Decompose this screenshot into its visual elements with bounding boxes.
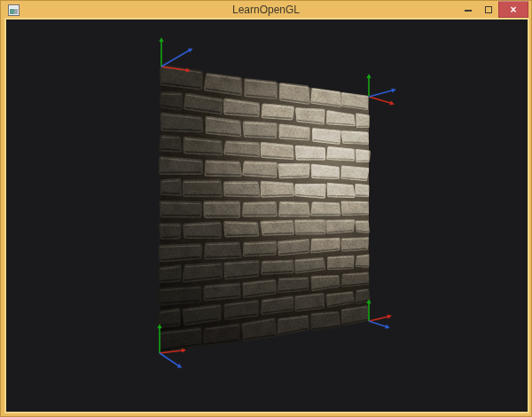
gizmo-top-right (366, 74, 395, 105)
brick-wall (150, 52, 380, 363)
minimize-button[interactable] (458, 1, 479, 18)
titlebar[interactable]: LearnOpenGL × (1, 1, 531, 20)
viewport-canvas (6, 20, 528, 412)
close-icon: × (510, 4, 516, 16)
close-button[interactable]: × (498, 1, 528, 18)
gizmo-bottom-right (366, 299, 391, 328)
minimize-icon (465, 10, 472, 12)
maximize-icon (485, 6, 492, 13)
window-controls: × (458, 1, 531, 18)
window-title: LearnOpenGL (1, 1, 531, 20)
app-window: LearnOpenGL × (0, 0, 532, 417)
gl-viewport[interactable] (6, 20, 528, 412)
maximize-button[interactable] (479, 1, 498, 18)
